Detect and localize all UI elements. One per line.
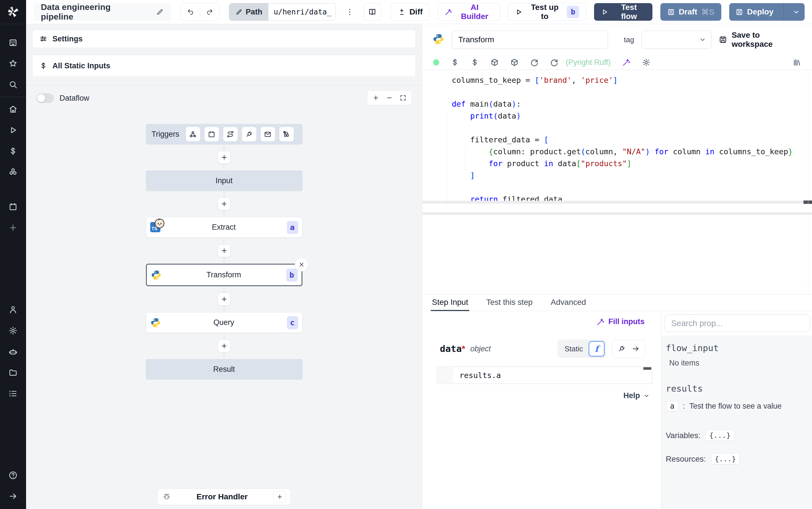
sidebar-item-home[interactable]	[0, 99, 26, 120]
fill-inputs-button[interactable]: Fill inputs	[597, 317, 645, 326]
insert-step-button[interactable]	[218, 244, 231, 257]
tab-advanced[interactable]: Advanced	[550, 295, 587, 311]
sidebar-item-resources[interactable]	[0, 162, 26, 182]
fit-view-button[interactable]	[396, 92, 410, 104]
context-var-button[interactable]	[471, 58, 479, 67]
zoom-in-button[interactable]	[369, 92, 382, 104]
windmill-logo[interactable]	[0, 0, 26, 24]
step-node-query[interactable]: Query c	[146, 312, 302, 333]
dollar-icon	[451, 58, 459, 67]
sidebar-item-variables[interactable]	[0, 141, 26, 162]
save-to-workspace-button[interactable]: Save to workspace	[719, 31, 802, 49]
result-key-badge[interactable]: a	[666, 401, 678, 411]
triggers-node[interactable]: Triggers	[146, 124, 302, 144]
tab-step-input[interactable]: Step Input	[431, 295, 469, 311]
redo-button[interactable]	[200, 3, 219, 21]
trigger-schedule-button[interactable]	[205, 127, 219, 141]
sidebar-item-workspace[interactable]	[0, 32, 26, 53]
all-static-inputs-button[interactable]: All Static Inputs	[32, 55, 416, 77]
tab-test-this-step[interactable]: Test this step	[485, 295, 534, 311]
help-toggle[interactable]: Help	[623, 391, 650, 400]
trigger-poll-button[interactable]	[279, 127, 294, 141]
reload-button[interactable]	[530, 58, 539, 67]
edit-title-icon[interactable]	[156, 8, 163, 15]
input-node[interactable]: Input	[146, 170, 302, 191]
ai-builder-button[interactable]: AI Builder	[438, 3, 500, 21]
expression-editor[interactable]: results.a	[437, 366, 653, 384]
docs-button[interactable]	[364, 3, 381, 21]
trigger-websocket-button[interactable]	[242, 127, 257, 141]
flow-input-section-title[interactable]: flow_input	[666, 343, 807, 353]
webhook-icon	[189, 130, 197, 138]
delete-step-button[interactable]	[295, 258, 308, 271]
deploy-button[interactable]: Deploy	[729, 3, 780, 21]
trigger-webhook-button[interactable]	[186, 127, 200, 141]
code-content[interactable]: columns_to_keep = ['brand', 'price'] def…	[422, 70, 812, 205]
sidebar-item-runs[interactable]	[0, 120, 26, 141]
sidebar-item-workers[interactable]	[0, 341, 26, 362]
deploy-options-button[interactable]	[788, 3, 805, 21]
library-panel-button[interactable]	[793, 58, 801, 67]
sidebar-item-add[interactable]	[0, 217, 26, 238]
code-editor[interactable]: columns_to_keep = ['brand', 'price'] def…	[422, 69, 812, 294]
step-node-extract[interactable]: Extract a	[146, 217, 302, 238]
insert-step-button[interactable]	[218, 197, 231, 210]
zoom-out-button[interactable]	[382, 92, 396, 104]
diff-button[interactable]: Diff	[391, 3, 430, 21]
sidebar-item-schedules[interactable]	[0, 196, 26, 217]
package-button[interactable]	[490, 58, 499, 67]
sidebar-item-folders[interactable]	[0, 362, 26, 383]
add-error-handler-button[interactable]	[273, 491, 286, 503]
result-item-a[interactable]: a : Test the flow to see a value	[666, 401, 807, 411]
context-var-button[interactable]	[451, 58, 459, 67]
ai-assistant-button[interactable]	[622, 58, 631, 67]
insert-step-button[interactable]	[218, 339, 231, 352]
reload-button[interactable]	[550, 58, 558, 67]
test-flow-button[interactable]: Test flow	[594, 3, 652, 21]
sidebar-item-favorites[interactable]	[0, 53, 26, 74]
expression-value[interactable]: results.a	[453, 367, 652, 384]
package-button[interactable]	[510, 58, 519, 67]
edge-triggers-input	[146, 144, 302, 170]
plug-icon[interactable]	[618, 345, 626, 353]
add-plus-icon	[8, 223, 17, 232]
favorites-star-icon	[8, 59, 17, 68]
tag-select[interactable]	[641, 31, 711, 49]
result-node[interactable]: Result	[146, 359, 302, 379]
flow-canvas[interactable]: Dataflow Triggers	[26, 86, 422, 509]
search-prop-input[interactable]	[665, 314, 810, 332]
trigger-route-button[interactable]	[223, 127, 238, 141]
test-up-to-step-badge[interactable]: b	[567, 6, 579, 18]
sidebar-item-search[interactable]	[0, 74, 26, 95]
editor-settings-button[interactable]	[642, 58, 651, 67]
all-static-inputs-label: All Static Inputs	[52, 62, 110, 70]
sidebar-item-user[interactable]	[0, 299, 26, 320]
sidebar-item-expand[interactable]	[0, 486, 26, 507]
edge-input-extract	[146, 191, 302, 217]
flow-settings-button[interactable]: Settings	[32, 30, 416, 48]
draft-button[interactable]: Draft ⌘S	[660, 3, 721, 21]
sidebar-item-logs[interactable]	[0, 383, 26, 404]
step-node-transform[interactable]: Transform b	[146, 264, 302, 286]
undo-button[interactable]	[181, 3, 200, 21]
sidebar-item-settings[interactable]	[0, 320, 26, 341]
plus-icon	[221, 296, 228, 303]
sidebar-item-help[interactable]	[0, 465, 26, 486]
step-name-input[interactable]	[452, 31, 608, 49]
arrow-right-icon[interactable]	[632, 345, 640, 353]
results-section-title[interactable]: results	[666, 383, 807, 394]
error-handler-node[interactable]: Error Handler	[157, 488, 291, 505]
insert-step-button[interactable]	[218, 293, 231, 306]
path-control[interactable]: Path u/henri/data_	[229, 3, 336, 21]
more-menu-button[interactable]	[345, 8, 354, 16]
insert-step-button[interactable]	[218, 151, 231, 164]
trigger-email-button[interactable]	[260, 127, 275, 141]
editor-hscroll-thumb[interactable]	[804, 201, 812, 204]
path-value[interactable]: u/henri/data_	[268, 3, 336, 21]
variables-object-badge[interactable]: {...}	[705, 430, 734, 441]
resources-object-badge[interactable]: {...}	[711, 453, 740, 465]
static-mode-label[interactable]: Static	[559, 344, 589, 353]
expression-mode-button[interactable]: f	[589, 341, 604, 357]
test-up-to-button[interactable]: Test up to b	[508, 3, 586, 21]
dataflow-toggle[interactable]	[36, 93, 54, 103]
